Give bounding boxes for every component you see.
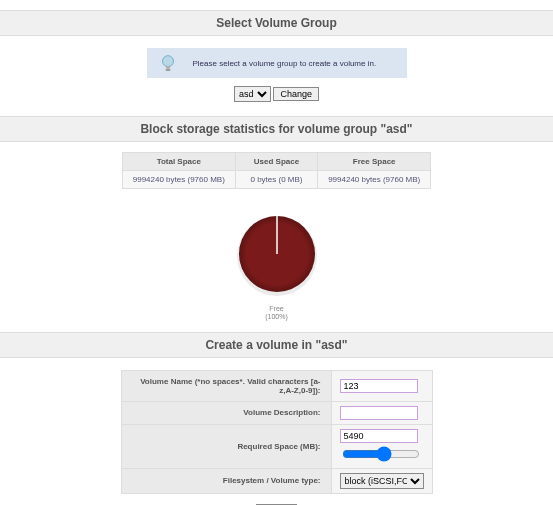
section2-title: Block storage statistics for volume grou… (140, 122, 412, 136)
field-volume-name (331, 370, 432, 401)
col-total: Total Space (122, 153, 235, 171)
section1-title: Select Volume Group (216, 16, 336, 30)
required-space-input[interactable] (340, 429, 418, 443)
table-row: Filesystem / Volume type: block (iSCSI,F… (121, 468, 432, 493)
val-used: 0 bytes (0 MB) (235, 171, 317, 189)
section3-title: Create a volume in "asd" (205, 338, 347, 352)
info-text: Please select a volume group to create a… (193, 59, 377, 68)
svg-rect-1 (166, 66, 170, 70)
pie-chart-svg (232, 209, 322, 299)
lightbulb-icon (157, 52, 179, 74)
label-filesystem: Filesystem / Volume type: (121, 468, 331, 493)
table-row: Volume Description: (121, 401, 432, 424)
volume-group-select[interactable]: asd (234, 86, 271, 102)
create-volume-form: Volume Name (*no spaces*. Valid characte… (121, 370, 433, 494)
chart-label-percent: (100%) (265, 313, 288, 320)
field-required-space (331, 424, 432, 468)
table-row: 9994240 bytes (9760 MB) 0 bytes (0 MB) 9… (122, 171, 430, 189)
chart-label: Free (100%) (0, 305, 553, 322)
filesystem-select[interactable]: block (iSCSI,FC,etc) (340, 473, 424, 489)
storage-stats-table: Total Space Used Space Free Space 999424… (122, 152, 431, 189)
change-button[interactable]: Change (273, 87, 319, 101)
table-row: Required Space (MB): (121, 424, 432, 468)
field-volume-desc (331, 401, 432, 424)
chart-label-free: Free (269, 305, 283, 312)
label-required-space: Required Space (MB): (121, 424, 331, 468)
required-space-slider[interactable] (342, 446, 420, 462)
field-filesystem: block (iSCSI,FC,etc) (331, 468, 432, 493)
volume-group-select-row: asd Change (0, 86, 553, 102)
label-volume-name: Volume Name (*no spaces*. Valid characte… (121, 370, 331, 401)
label-volume-desc: Volume Description: (121, 401, 331, 424)
val-total: 9994240 bytes (9760 MB) (122, 171, 235, 189)
select-volume-group-header: Select Volume Group (0, 10, 553, 36)
table-row: Total Space Used Space Free Space (122, 153, 430, 171)
svg-rect-2 (165, 69, 170, 70)
col-free: Free Space (318, 153, 431, 171)
storage-stats-header: Block storage statistics for volume grou… (0, 116, 553, 142)
pie-chart: Free (100%) (0, 209, 553, 322)
col-used: Used Space (235, 153, 317, 171)
volume-name-input[interactable] (340, 379, 418, 393)
val-free: 9994240 bytes (9760 MB) (318, 171, 431, 189)
create-volume-header: Create a volume in "asd" (0, 332, 553, 358)
svg-point-0 (162, 56, 173, 67)
info-box: Please select a volume group to create a… (147, 48, 407, 78)
table-row: Volume Name (*no spaces*. Valid characte… (121, 370, 432, 401)
volume-desc-input[interactable] (340, 406, 418, 420)
